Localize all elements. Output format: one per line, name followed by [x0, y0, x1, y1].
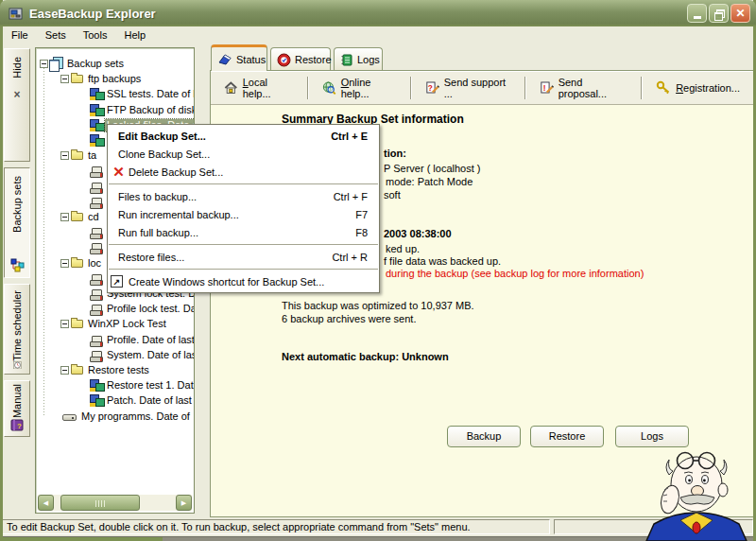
sidebar-backup-sets-label: Backup sets	[11, 176, 23, 233]
send-support-button[interactable]: ? Send support ...	[416, 71, 521, 105]
folder-icon	[71, 259, 83, 268]
local-help-label: Local help...	[243, 77, 294, 99]
online-help-button[interactable]: Online help...	[313, 71, 406, 105]
scroll-right-button[interactable]: ▶	[176, 495, 192, 511]
menu-separator	[109, 269, 378, 270]
svg-text:?: ?	[428, 84, 433, 93]
titlebar[interactable]: EaseBackup Explorer ✕	[0, 0, 756, 26]
sidebar-hide-button[interactable]: Hide ×	[4, 48, 30, 162]
delete-x-icon: ✕	[111, 164, 127, 180]
collapse-toggle-icon[interactable]	[40, 60, 48, 68]
close-icon: ✕	[735, 9, 745, 18]
menu-item-run-incremental-backup[interactable]: Run incremental backup... F7	[108, 205, 379, 223]
tree-item-winxp-lock-test[interactable]: WinXP Lock Test	[36, 317, 195, 332]
tree-item-profile[interactable]: Profile. Date of last	[36, 333, 195, 348]
backup-set-icon	[90, 334, 105, 347]
help-toolbar: Local help... Online help... ?	[211, 71, 753, 105]
backup-sets-root-icon	[49, 58, 64, 71]
status-line: mode: Patch Mode	[386, 176, 472, 187]
sidebar-backup-sets-button[interactable]: Backup sets	[4, 167, 30, 278]
scrollbar-thumb[interactable]	[60, 495, 140, 511]
backup-set-icon	[90, 241, 105, 254]
close-button[interactable]: ✕	[730, 4, 750, 23]
menu-item-clone-backup-set[interactable]: Clone Backup Set...	[108, 145, 379, 163]
folder-icon	[71, 151, 83, 160]
tab-restore[interactable]: Restore	[270, 47, 331, 71]
collapse-toggle-icon[interactable]	[60, 259, 69, 268]
globe-magnifier-icon	[322, 80, 336, 96]
menu-item-create-shortcut[interactable]: ↗ Create Windows shortcut for Backup Set…	[108, 272, 379, 290]
minimize-button[interactable]	[687, 4, 707, 23]
collapse-toggle-icon[interactable]	[60, 366, 69, 375]
restore-button[interactable]: Restore	[530, 426, 604, 447]
svg-text:?: ?	[17, 422, 22, 430]
tree-item-my-programms[interactable]: My programms. Date of	[36, 410, 195, 425]
backup-set-icon	[90, 196, 105, 209]
local-help-button[interactable]: Local help...	[215, 71, 303, 105]
tree-item-backup-sets[interactable]: Backup sets	[36, 57, 195, 72]
menu-item-restore-files[interactable]: Restore files... Ctrl + R	[108, 248, 379, 266]
send-proposal-button[interactable]: ! Send proposal...	[530, 71, 637, 105]
tab-status[interactable]: Status	[211, 44, 267, 71]
sidebar-hide-label: Hide	[11, 57, 23, 79]
status-line: soft	[384, 189, 401, 201]
send-support-label: Send support ...	[444, 77, 511, 99]
tree-item-restore-tests[interactable]: Restore tests	[36, 363, 195, 378]
status-line: This backup was optimized to 10,937 MB.	[282, 300, 474, 311]
folder-icon	[71, 366, 83, 375]
shortcut-label: F7	[336, 209, 368, 220]
backup-set-icon	[90, 272, 105, 286]
menu-separator	[109, 183, 378, 184]
backup-set-icon	[90, 303, 105, 316]
backup-set-icon	[90, 181, 105, 194]
shortcut-label: Ctrl + E	[312, 131, 368, 142]
menu-file[interactable]: File	[3, 27, 37, 43]
tab-logs[interactable]: Logs	[334, 47, 383, 71]
shortcut-label: Ctrl + R	[313, 252, 368, 263]
shortcut-label: F8	[336, 227, 368, 238]
status-line: tion:	[384, 148, 406, 159]
key-icon	[656, 80, 671, 95]
backup-set-icon	[90, 104, 105, 117]
tree-item-ftp-backups[interactable]: ftp backups	[36, 72, 195, 87]
tree-item-patch[interactable]: Patch. Date of last	[36, 393, 195, 409]
collapse-toggle-icon[interactable]	[60, 213, 69, 221]
tab-logs-label: Logs	[357, 54, 380, 65]
restore-button[interactable]	[709, 4, 729, 23]
backup-sets-icon	[10, 258, 25, 272]
hide-x-icon: ×	[13, 88, 20, 101]
app-window: EaseBackup Explorer ✕ File Sets Tools He…	[0, 0, 756, 541]
online-help-label: Online help...	[341, 77, 397, 99]
drive-icon	[62, 414, 77, 421]
status-line: 2003 08:38:00	[384, 228, 452, 239]
collapse-toggle-icon[interactable]	[60, 320, 69, 328]
tree-item-ftp-backup-of-disk[interactable]: FTP Backup of disk I	[36, 103, 195, 118]
menu-tools[interactable]: Tools	[75, 27, 116, 43]
collapse-toggle-icon[interactable]	[60, 75, 69, 83]
menu-item-delete-backup-set[interactable]: ✕ Delete Backup Set...	[108, 163, 379, 181]
menu-item-files-to-backup[interactable]: Files to backup... Ctrl + F	[108, 187, 379, 205]
backup-button[interactable]: Backup	[447, 426, 521, 447]
backup-set-icon	[90, 165, 105, 178]
shortcut-label: Ctrl + F	[315, 191, 368, 202]
registration-button[interactable]: Registration...	[646, 75, 749, 100]
sidebar-time-scheduler-button[interactable]: Time scheduler	[4, 284, 30, 375]
minimize-icon	[694, 16, 701, 19]
mascot-professor-image	[641, 441, 752, 541]
tree-item-ssl-tests[interactable]: SSL tests. Date of l	[36, 87, 195, 102]
tree-horizontal-scrollbar[interactable]: ◀ ▶	[38, 495, 192, 511]
menu-separator	[109, 244, 378, 245]
scroll-left-button[interactable]: ◀	[38, 495, 54, 511]
tree-item-system[interactable]: System. Date of las	[36, 348, 195, 363]
menu-sets[interactable]: Sets	[37, 27, 75, 43]
menu-item-run-full-backup[interactable]: Run full backup... F8	[108, 223, 379, 241]
restore-tab-icon	[277, 53, 291, 67]
tree-item-profile-lock-test[interactable]: Profile lock test. Da	[36, 302, 195, 317]
collapse-toggle-icon[interactable]	[60, 151, 69, 160]
sidebar-manual-button[interactable]: Manual ?	[4, 380, 30, 437]
tree-item-restore-test-1[interactable]: Restore test 1. Dat	[36, 378, 195, 393]
backup-set-icon	[90, 394, 105, 408]
menu-item-edit-backup-set[interactable]: Edit Backup Set... Ctrl + E	[108, 127, 379, 145]
menu-help[interactable]: Help	[115, 27, 154, 43]
status-line: 6 backup archives were sent.	[282, 313, 416, 324]
